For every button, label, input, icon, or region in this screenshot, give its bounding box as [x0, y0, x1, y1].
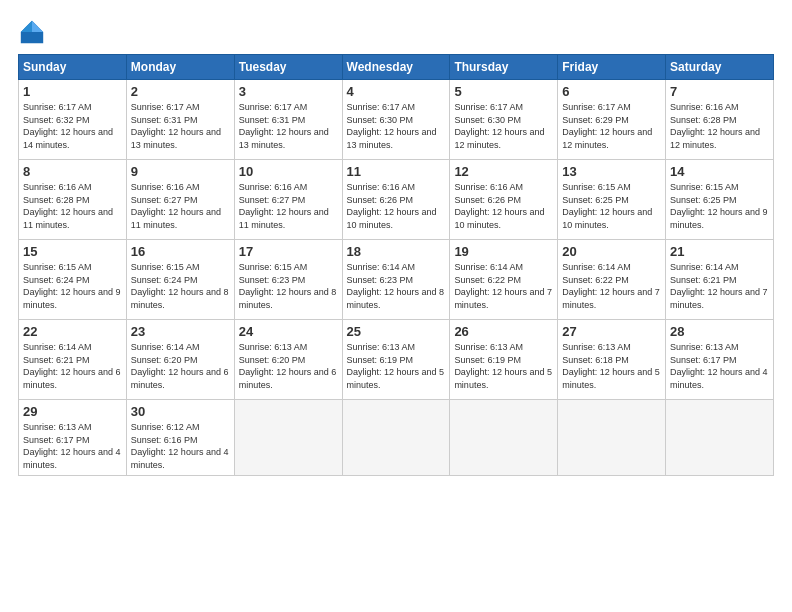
- day-number: 30: [131, 404, 230, 419]
- day-info: Sunrise: 6:15 AMSunset: 6:25 PMDaylight:…: [670, 181, 769, 231]
- day-number: 15: [23, 244, 122, 259]
- day-number: 5: [454, 84, 553, 99]
- day-info: Sunrise: 6:15 AMSunset: 6:25 PMDaylight:…: [562, 181, 661, 231]
- calendar-cell: 20Sunrise: 6:14 AMSunset: 6:22 PMDayligh…: [558, 240, 666, 320]
- header-monday: Monday: [126, 55, 234, 80]
- header-wednesday: Wednesday: [342, 55, 450, 80]
- day-info: Sunrise: 6:17 AMSunset: 6:32 PMDaylight:…: [23, 101, 122, 151]
- calendar-cell: 8Sunrise: 6:16 AMSunset: 6:28 PMDaylight…: [19, 160, 127, 240]
- calendar-cell: 15Sunrise: 6:15 AMSunset: 6:24 PMDayligh…: [19, 240, 127, 320]
- day-info: Sunrise: 6:13 AMSunset: 6:18 PMDaylight:…: [562, 341, 661, 391]
- day-number: 29: [23, 404, 122, 419]
- header-friday: Friday: [558, 55, 666, 80]
- day-number: 28: [670, 324, 769, 339]
- day-info: Sunrise: 6:15 AMSunset: 6:24 PMDaylight:…: [131, 261, 230, 311]
- header-sunday: Sunday: [19, 55, 127, 80]
- calendar-cell: 18Sunrise: 6:14 AMSunset: 6:23 PMDayligh…: [342, 240, 450, 320]
- day-number: 27: [562, 324, 661, 339]
- day-info: Sunrise: 6:16 AMSunset: 6:27 PMDaylight:…: [239, 181, 338, 231]
- day-number: 7: [670, 84, 769, 99]
- day-info: Sunrise: 6:15 AMSunset: 6:23 PMDaylight:…: [239, 261, 338, 311]
- header-thursday: Thursday: [450, 55, 558, 80]
- day-number: 18: [347, 244, 446, 259]
- calendar-cell: 24Sunrise: 6:13 AMSunset: 6:20 PMDayligh…: [234, 320, 342, 400]
- day-number: 21: [670, 244, 769, 259]
- calendar-cell: [234, 400, 342, 476]
- day-info: Sunrise: 6:17 AMSunset: 6:30 PMDaylight:…: [454, 101, 553, 151]
- day-number: 9: [131, 164, 230, 179]
- day-number: 2: [131, 84, 230, 99]
- day-info: Sunrise: 6:17 AMSunset: 6:30 PMDaylight:…: [347, 101, 446, 151]
- calendar-cell: 11Sunrise: 6:16 AMSunset: 6:26 PMDayligh…: [342, 160, 450, 240]
- day-number: 6: [562, 84, 661, 99]
- calendar-cell: 7Sunrise: 6:16 AMSunset: 6:28 PMDaylight…: [666, 80, 774, 160]
- calendar-cell: 21Sunrise: 6:14 AMSunset: 6:21 PMDayligh…: [666, 240, 774, 320]
- day-info: Sunrise: 6:14 AMSunset: 6:22 PMDaylight:…: [454, 261, 553, 311]
- calendar-cell: 23Sunrise: 6:14 AMSunset: 6:20 PMDayligh…: [126, 320, 234, 400]
- calendar-cell: 1Sunrise: 6:17 AMSunset: 6:32 PMDaylight…: [19, 80, 127, 160]
- day-info: Sunrise: 6:13 AMSunset: 6:20 PMDaylight:…: [239, 341, 338, 391]
- day-number: 19: [454, 244, 553, 259]
- calendar-cell: [342, 400, 450, 476]
- day-number: 4: [347, 84, 446, 99]
- calendar-cell: 14Sunrise: 6:15 AMSunset: 6:25 PMDayligh…: [666, 160, 774, 240]
- day-number: 25: [347, 324, 446, 339]
- calendar-cell: [666, 400, 774, 476]
- calendar-cell: 28Sunrise: 6:13 AMSunset: 6:17 PMDayligh…: [666, 320, 774, 400]
- calendar-cell: 19Sunrise: 6:14 AMSunset: 6:22 PMDayligh…: [450, 240, 558, 320]
- day-number: 26: [454, 324, 553, 339]
- day-info: Sunrise: 6:17 AMSunset: 6:31 PMDaylight:…: [239, 101, 338, 151]
- calendar-cell: 4Sunrise: 6:17 AMSunset: 6:30 PMDaylight…: [342, 80, 450, 160]
- calendar-cell: 12Sunrise: 6:16 AMSunset: 6:26 PMDayligh…: [450, 160, 558, 240]
- day-number: 1: [23, 84, 122, 99]
- weekday-header-row: Sunday Monday Tuesday Wednesday Thursday…: [19, 55, 774, 80]
- day-info: Sunrise: 6:13 AMSunset: 6:19 PMDaylight:…: [347, 341, 446, 391]
- logo: [18, 18, 50, 46]
- day-number: 12: [454, 164, 553, 179]
- day-info: Sunrise: 6:12 AMSunset: 6:16 PMDaylight:…: [131, 421, 230, 471]
- calendar-cell: 5Sunrise: 6:17 AMSunset: 6:30 PMDaylight…: [450, 80, 558, 160]
- calendar-cell: 29Sunrise: 6:13 AMSunset: 6:17 PMDayligh…: [19, 400, 127, 476]
- day-info: Sunrise: 6:16 AMSunset: 6:27 PMDaylight:…: [131, 181, 230, 231]
- day-info: Sunrise: 6:15 AMSunset: 6:24 PMDaylight:…: [23, 261, 122, 311]
- calendar-cell: 30Sunrise: 6:12 AMSunset: 6:16 PMDayligh…: [126, 400, 234, 476]
- calendar-table: Sunday Monday Tuesday Wednesday Thursday…: [18, 54, 774, 476]
- header: [18, 18, 774, 46]
- day-number: 16: [131, 244, 230, 259]
- calendar-cell: [450, 400, 558, 476]
- header-saturday: Saturday: [666, 55, 774, 80]
- day-info: Sunrise: 6:16 AMSunset: 6:26 PMDaylight:…: [454, 181, 553, 231]
- calendar-cell: 6Sunrise: 6:17 AMSunset: 6:29 PMDaylight…: [558, 80, 666, 160]
- day-info: Sunrise: 6:17 AMSunset: 6:29 PMDaylight:…: [562, 101, 661, 151]
- day-number: 24: [239, 324, 338, 339]
- calendar-cell: 22Sunrise: 6:14 AMSunset: 6:21 PMDayligh…: [19, 320, 127, 400]
- calendar-cell: 3Sunrise: 6:17 AMSunset: 6:31 PMDaylight…: [234, 80, 342, 160]
- day-info: Sunrise: 6:17 AMSunset: 6:31 PMDaylight:…: [131, 101, 230, 151]
- day-number: 11: [347, 164, 446, 179]
- day-info: Sunrise: 6:14 AMSunset: 6:21 PMDaylight:…: [23, 341, 122, 391]
- header-tuesday: Tuesday: [234, 55, 342, 80]
- day-info: Sunrise: 6:13 AMSunset: 6:17 PMDaylight:…: [23, 421, 122, 471]
- day-info: Sunrise: 6:14 AMSunset: 6:23 PMDaylight:…: [347, 261, 446, 311]
- day-info: Sunrise: 6:13 AMSunset: 6:17 PMDaylight:…: [670, 341, 769, 391]
- day-info: Sunrise: 6:14 AMSunset: 6:21 PMDaylight:…: [670, 261, 769, 311]
- day-number: 3: [239, 84, 338, 99]
- page: Sunday Monday Tuesday Wednesday Thursday…: [0, 0, 792, 612]
- calendar-cell: 26Sunrise: 6:13 AMSunset: 6:19 PMDayligh…: [450, 320, 558, 400]
- day-number: 22: [23, 324, 122, 339]
- day-info: Sunrise: 6:14 AMSunset: 6:20 PMDaylight:…: [131, 341, 230, 391]
- day-number: 23: [131, 324, 230, 339]
- day-number: 20: [562, 244, 661, 259]
- day-number: 13: [562, 164, 661, 179]
- calendar-cell: 9Sunrise: 6:16 AMSunset: 6:27 PMDaylight…: [126, 160, 234, 240]
- calendar-cell: 2Sunrise: 6:17 AMSunset: 6:31 PMDaylight…: [126, 80, 234, 160]
- day-info: Sunrise: 6:13 AMSunset: 6:19 PMDaylight:…: [454, 341, 553, 391]
- calendar-cell: 16Sunrise: 6:15 AMSunset: 6:24 PMDayligh…: [126, 240, 234, 320]
- calendar-cell: [558, 400, 666, 476]
- day-number: 14: [670, 164, 769, 179]
- calendar-cell: 13Sunrise: 6:15 AMSunset: 6:25 PMDayligh…: [558, 160, 666, 240]
- day-info: Sunrise: 6:16 AMSunset: 6:28 PMDaylight:…: [23, 181, 122, 231]
- calendar-cell: 17Sunrise: 6:15 AMSunset: 6:23 PMDayligh…: [234, 240, 342, 320]
- day-info: Sunrise: 6:14 AMSunset: 6:22 PMDaylight:…: [562, 261, 661, 311]
- day-info: Sunrise: 6:16 AMSunset: 6:28 PMDaylight:…: [670, 101, 769, 151]
